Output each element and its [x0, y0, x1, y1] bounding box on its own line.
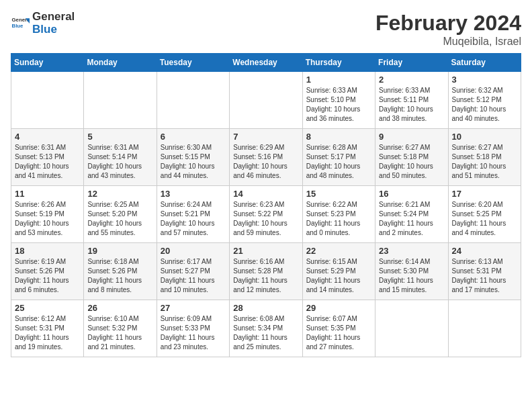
- day-info: Sunrise: 6:21 AM Sunset: 5:24 PM Dayligh…: [379, 200, 444, 238]
- calendar-cell: 2Sunrise: 6:33 AM Sunset: 5:11 PM Daylig…: [375, 72, 448, 129]
- calendar-cell: 16Sunrise: 6:21 AM Sunset: 5:24 PM Dayli…: [375, 186, 448, 243]
- day-info: Sunrise: 6:18 AM Sunset: 5:26 PM Dayligh…: [87, 257, 152, 295]
- day-info: Sunrise: 6:14 AM Sunset: 5:30 PM Dayligh…: [379, 257, 444, 295]
- calendar-cell: [11, 72, 84, 129]
- calendar-cell: 28Sunrise: 6:08 AM Sunset: 5:34 PM Dayli…: [230, 300, 302, 357]
- calendar-cell: 14Sunrise: 6:23 AM Sunset: 5:22 PM Dayli…: [230, 186, 302, 243]
- day-info: Sunrise: 6:20 AM Sunset: 5:25 PM Dayligh…: [452, 200, 517, 238]
- calendar-cell: 10Sunrise: 6:27 AM Sunset: 5:18 PM Dayli…: [448, 129, 521, 186]
- calendar-cell: 5Sunrise: 6:31 AM Sunset: 5:14 PM Daylig…: [84, 129, 157, 186]
- logo-icon: General Blue: [11, 14, 30, 33]
- day-number: 5: [87, 132, 152, 142]
- calendar-cell: 15Sunrise: 6:22 AM Sunset: 5:23 PM Dayli…: [302, 186, 375, 243]
- day-number: 17: [452, 189, 517, 199]
- calendar-cell: 3Sunrise: 6:32 AM Sunset: 5:12 PM Daylig…: [448, 72, 521, 129]
- month-title: February 2024: [375, 11, 521, 36]
- calendar-cell: 17Sunrise: 6:20 AM Sunset: 5:25 PM Dayli…: [448, 186, 521, 243]
- day-number: 13: [161, 189, 226, 199]
- day-number: 6: [161, 132, 226, 142]
- calendar-cell: 12Sunrise: 6:25 AM Sunset: 5:20 PM Dayli…: [84, 186, 157, 243]
- weekday-header: Friday: [375, 54, 448, 72]
- title-block: February 2024 Muqeibila, Israel: [375, 11, 521, 48]
- day-number: 10: [452, 132, 517, 142]
- page-header: General Blue General Blue February 2024 …: [11, 11, 521, 48]
- day-info: Sunrise: 6:27 AM Sunset: 5:18 PM Dayligh…: [452, 143, 517, 181]
- day-info: Sunrise: 6:19 AM Sunset: 5:26 PM Dayligh…: [15, 257, 80, 295]
- calendar-cell: [84, 72, 157, 129]
- calendar-cell: 13Sunrise: 6:24 AM Sunset: 5:21 PM Dayli…: [157, 186, 229, 243]
- svg-text:Blue: Blue: [12, 23, 24, 29]
- day-number: 21: [233, 246, 298, 256]
- day-info: Sunrise: 6:25 AM Sunset: 5:20 PM Dayligh…: [87, 200, 152, 238]
- day-info: Sunrise: 6:15 AM Sunset: 5:29 PM Dayligh…: [306, 257, 371, 295]
- day-number: 22: [306, 246, 371, 256]
- location: Muqeibila, Israel: [375, 36, 521, 48]
- weekday-header: Wednesday: [230, 54, 302, 72]
- calendar-cell: 27Sunrise: 6:09 AM Sunset: 5:33 PM Dayli…: [157, 300, 229, 357]
- day-number: 1: [306, 75, 371, 85]
- calendar-header: SundayMondayTuesdayWednesdayThursdayFrid…: [11, 54, 521, 72]
- day-info: Sunrise: 6:17 AM Sunset: 5:27 PM Dayligh…: [161, 257, 226, 295]
- day-info: Sunrise: 6:31 AM Sunset: 5:13 PM Dayligh…: [15, 143, 80, 181]
- calendar-cell: 9Sunrise: 6:27 AM Sunset: 5:18 PM Daylig…: [375, 129, 448, 186]
- day-number: 19: [87, 246, 152, 256]
- weekday-header: Thursday: [302, 54, 375, 72]
- day-info: Sunrise: 6:33 AM Sunset: 5:10 PM Dayligh…: [306, 86, 371, 124]
- calendar-cell: 29Sunrise: 6:07 AM Sunset: 5:35 PM Dayli…: [302, 300, 375, 357]
- weekday-header: Tuesday: [157, 54, 229, 72]
- day-info: Sunrise: 6:29 AM Sunset: 5:16 PM Dayligh…: [233, 143, 298, 181]
- day-number: 4: [15, 132, 80, 142]
- day-number: 11: [15, 189, 80, 199]
- logo-general: General: [32, 10, 75, 23]
- day-info: Sunrise: 6:26 AM Sunset: 5:19 PM Dayligh…: [15, 200, 80, 238]
- calendar-table: SundayMondayTuesdayWednesdayThursdayFrid…: [11, 53, 521, 357]
- day-number: 29: [306, 303, 371, 313]
- day-info: Sunrise: 6:13 AM Sunset: 5:31 PM Dayligh…: [452, 257, 517, 295]
- day-number: 20: [161, 246, 226, 256]
- calendar-cell: 19Sunrise: 6:18 AM Sunset: 5:26 PM Dayli…: [84, 243, 157, 300]
- day-number: 25: [15, 303, 80, 313]
- day-info: Sunrise: 6:22 AM Sunset: 5:23 PM Dayligh…: [306, 200, 371, 238]
- calendar-cell: 23Sunrise: 6:14 AM Sunset: 5:30 PM Dayli…: [375, 243, 448, 300]
- day-number: 14: [233, 189, 298, 199]
- calendar-cell: 24Sunrise: 6:13 AM Sunset: 5:31 PM Dayli…: [448, 243, 521, 300]
- day-number: 16: [379, 189, 444, 199]
- calendar-cell: 8Sunrise: 6:28 AM Sunset: 5:17 PM Daylig…: [302, 129, 375, 186]
- day-number: 3: [452, 75, 517, 85]
- day-info: Sunrise: 6:31 AM Sunset: 5:14 PM Dayligh…: [87, 143, 152, 181]
- day-number: 9: [379, 132, 444, 142]
- calendar-cell: 4Sunrise: 6:31 AM Sunset: 5:13 PM Daylig…: [11, 129, 84, 186]
- day-number: 15: [306, 189, 371, 199]
- day-number: 26: [87, 303, 152, 313]
- calendar-cell: 20Sunrise: 6:17 AM Sunset: 5:27 PM Dayli…: [157, 243, 229, 300]
- day-number: 8: [306, 132, 371, 142]
- weekday-header: Sunday: [11, 54, 84, 72]
- day-number: 18: [15, 246, 80, 256]
- calendar-cell: [157, 72, 229, 129]
- calendar-cell: 7Sunrise: 6:29 AM Sunset: 5:16 PM Daylig…: [230, 129, 302, 186]
- day-number: 23: [379, 246, 444, 256]
- calendar-cell: 21Sunrise: 6:16 AM Sunset: 5:28 PM Dayli…: [230, 243, 302, 300]
- weekday-header: Monday: [84, 54, 157, 72]
- day-number: 12: [87, 189, 152, 199]
- day-number: 27: [161, 303, 226, 313]
- calendar-cell: 22Sunrise: 6:15 AM Sunset: 5:29 PM Dayli…: [302, 243, 375, 300]
- day-info: Sunrise: 6:30 AM Sunset: 5:15 PM Dayligh…: [161, 143, 226, 181]
- day-info: Sunrise: 6:10 AM Sunset: 5:32 PM Dayligh…: [87, 314, 152, 352]
- day-info: Sunrise: 6:27 AM Sunset: 5:18 PM Dayligh…: [379, 143, 444, 181]
- day-info: Sunrise: 6:08 AM Sunset: 5:34 PM Dayligh…: [233, 314, 298, 352]
- day-info: Sunrise: 6:09 AM Sunset: 5:33 PM Dayligh…: [161, 314, 226, 352]
- logo: General Blue General Blue: [11, 11, 75, 36]
- calendar-cell: 18Sunrise: 6:19 AM Sunset: 5:26 PM Dayli…: [11, 243, 84, 300]
- day-info: Sunrise: 6:28 AM Sunset: 5:17 PM Dayligh…: [306, 143, 371, 181]
- day-info: Sunrise: 6:24 AM Sunset: 5:21 PM Dayligh…: [161, 200, 226, 238]
- day-info: Sunrise: 6:07 AM Sunset: 5:35 PM Dayligh…: [306, 314, 371, 352]
- day-number: 28: [233, 303, 298, 313]
- day-number: 2: [379, 75, 444, 85]
- calendar-cell: 1Sunrise: 6:33 AM Sunset: 5:10 PM Daylig…: [302, 72, 375, 129]
- calendar-cell: [375, 300, 448, 357]
- calendar-cell: [448, 300, 521, 357]
- day-info: Sunrise: 6:23 AM Sunset: 5:22 PM Dayligh…: [233, 200, 298, 238]
- weekday-header: Saturday: [448, 54, 521, 72]
- day-info: Sunrise: 6:16 AM Sunset: 5:28 PM Dayligh…: [233, 257, 298, 295]
